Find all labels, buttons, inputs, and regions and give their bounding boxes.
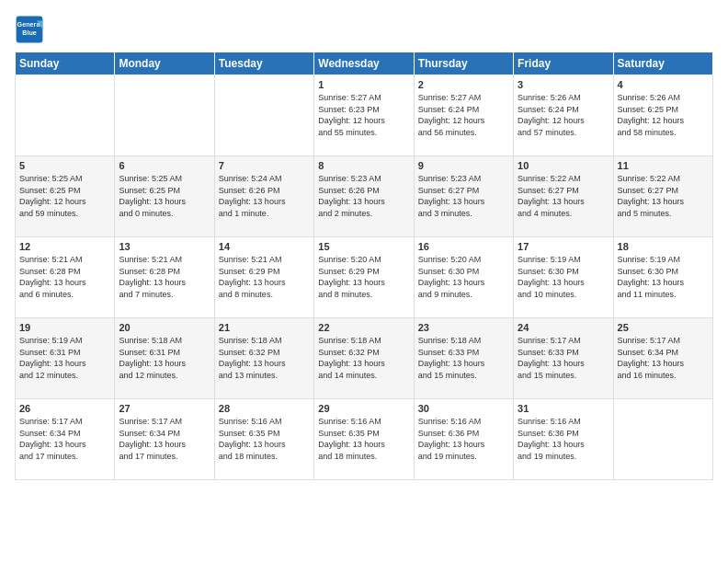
day-cell: 7Sunrise: 5:24 AMSunset: 6:26 PMDaylight… xyxy=(214,156,313,237)
header-monday: Monday xyxy=(115,52,214,75)
day-info: Sunrise: 5:20 AMSunset: 6:30 PMDaylight:… xyxy=(418,254,509,300)
calendar-table: SundayMondayTuesdayWednesdayThursdayFrid… xyxy=(15,52,713,480)
day-number: 29 xyxy=(318,403,409,414)
day-number: 26 xyxy=(19,403,110,414)
day-info: Sunrise: 5:19 AMSunset: 6:30 PMDaylight:… xyxy=(618,254,709,300)
day-cell: 19Sunrise: 5:19 AMSunset: 6:31 PMDayligh… xyxy=(16,318,115,399)
page-header: General Blue xyxy=(15,15,713,44)
day-cell: 9Sunrise: 5:23 AMSunset: 6:27 PMDaylight… xyxy=(414,156,513,237)
day-cell: 15Sunrise: 5:20 AMSunset: 6:29 PMDayligh… xyxy=(314,237,414,318)
day-cell: 30Sunrise: 5:16 AMSunset: 6:36 PMDayligh… xyxy=(414,399,513,480)
day-number: 21 xyxy=(219,322,310,333)
day-number: 24 xyxy=(518,322,609,333)
day-number: 2 xyxy=(418,79,509,90)
day-info: Sunrise: 5:20 AMSunset: 6:29 PMDaylight:… xyxy=(318,254,409,300)
day-info: Sunrise: 5:22 AMSunset: 6:27 PMDaylight:… xyxy=(518,173,609,219)
day-cell: 21Sunrise: 5:18 AMSunset: 6:32 PMDayligh… xyxy=(214,318,313,399)
day-info: Sunrise: 5:23 AMSunset: 6:26 PMDaylight:… xyxy=(318,173,409,219)
day-cell: 26Sunrise: 5:17 AMSunset: 6:34 PMDayligh… xyxy=(16,399,115,480)
header-sunday: Sunday xyxy=(16,52,115,75)
header-wednesday: Wednesday xyxy=(314,52,414,75)
day-info: Sunrise: 5:17 AMSunset: 6:33 PMDaylight:… xyxy=(518,335,609,381)
day-info: Sunrise: 5:19 AMSunset: 6:31 PMDaylight:… xyxy=(19,335,110,381)
day-info: Sunrise: 5:24 AMSunset: 6:26 PMDaylight:… xyxy=(219,173,310,219)
day-cell: 10Sunrise: 5:22 AMSunset: 6:27 PMDayligh… xyxy=(514,156,613,237)
day-cell: 5Sunrise: 5:25 AMSunset: 6:25 PMDaylight… xyxy=(16,156,115,237)
day-cell: 14Sunrise: 5:21 AMSunset: 6:29 PMDayligh… xyxy=(214,237,313,318)
day-cell: 29Sunrise: 5:16 AMSunset: 6:35 PMDayligh… xyxy=(314,399,414,480)
day-cell: 17Sunrise: 5:19 AMSunset: 6:30 PMDayligh… xyxy=(514,237,613,318)
day-number: 8 xyxy=(318,160,409,171)
day-info: Sunrise: 5:26 AMSunset: 6:25 PMDaylight:… xyxy=(618,92,709,138)
day-cell xyxy=(115,75,214,156)
week-row-1: 1Sunrise: 5:27 AMSunset: 6:23 PMDaylight… xyxy=(16,75,713,156)
day-cell: 16Sunrise: 5:20 AMSunset: 6:30 PMDayligh… xyxy=(414,237,513,318)
day-info: Sunrise: 5:16 AMSunset: 6:35 PMDaylight:… xyxy=(219,416,310,462)
day-cell: 27Sunrise: 5:17 AMSunset: 6:34 PMDayligh… xyxy=(115,399,214,480)
day-cell: 24Sunrise: 5:17 AMSunset: 6:33 PMDayligh… xyxy=(514,318,613,399)
day-info: Sunrise: 5:18 AMSunset: 6:32 PMDaylight:… xyxy=(219,335,310,381)
day-cell: 13Sunrise: 5:21 AMSunset: 6:28 PMDayligh… xyxy=(115,237,214,318)
day-cell xyxy=(16,75,115,156)
day-info: Sunrise: 5:16 AMSunset: 6:36 PMDaylight:… xyxy=(518,416,609,462)
day-cell: 8Sunrise: 5:23 AMSunset: 6:26 PMDaylight… xyxy=(314,156,414,237)
day-number: 13 xyxy=(119,241,210,252)
day-cell: 4Sunrise: 5:26 AMSunset: 6:25 PMDaylight… xyxy=(613,75,712,156)
day-info: Sunrise: 5:21 AMSunset: 6:29 PMDaylight:… xyxy=(219,254,310,300)
day-info: Sunrise: 5:18 AMSunset: 6:32 PMDaylight:… xyxy=(318,335,409,381)
day-info: Sunrise: 5:16 AMSunset: 6:35 PMDaylight:… xyxy=(318,416,409,462)
day-info: Sunrise: 5:27 AMSunset: 6:23 PMDaylight:… xyxy=(318,92,409,138)
day-number: 12 xyxy=(19,241,110,252)
header-thursday: Thursday xyxy=(414,52,513,75)
day-number: 1 xyxy=(318,79,409,90)
day-number: 9 xyxy=(418,160,509,171)
logo: General Blue xyxy=(15,15,44,44)
day-number: 14 xyxy=(219,241,310,252)
day-info: Sunrise: 5:26 AMSunset: 6:24 PMDaylight:… xyxy=(518,92,609,138)
header-tuesday: Tuesday xyxy=(214,52,313,75)
day-number: 7 xyxy=(219,160,310,171)
svg-text:Blue: Blue xyxy=(22,29,37,37)
day-info: Sunrise: 5:25 AMSunset: 6:25 PMDaylight:… xyxy=(119,173,210,219)
day-number: 5 xyxy=(19,160,110,171)
header-saturday: Saturday xyxy=(613,52,712,75)
day-cell: 23Sunrise: 5:18 AMSunset: 6:33 PMDayligh… xyxy=(414,318,513,399)
day-number: 28 xyxy=(219,403,310,414)
day-number: 27 xyxy=(119,403,210,414)
day-cell: 20Sunrise: 5:18 AMSunset: 6:31 PMDayligh… xyxy=(115,318,214,399)
day-cell: 1Sunrise: 5:27 AMSunset: 6:23 PMDaylight… xyxy=(314,75,414,156)
day-cell: 12Sunrise: 5:21 AMSunset: 6:28 PMDayligh… xyxy=(16,237,115,318)
day-number: 6 xyxy=(119,160,210,171)
day-info: Sunrise: 5:22 AMSunset: 6:27 PMDaylight:… xyxy=(618,173,709,219)
day-info: Sunrise: 5:21 AMSunset: 6:28 PMDaylight:… xyxy=(19,254,110,300)
header-friday: Friday xyxy=(514,52,613,75)
logo-icon: General Blue xyxy=(15,15,44,44)
day-number: 31 xyxy=(518,403,609,414)
day-cell: 3Sunrise: 5:26 AMSunset: 6:24 PMDaylight… xyxy=(514,75,613,156)
day-number: 11 xyxy=(618,160,709,171)
day-number: 3 xyxy=(518,79,609,90)
day-info: Sunrise: 5:19 AMSunset: 6:30 PMDaylight:… xyxy=(518,254,609,300)
day-cell: 25Sunrise: 5:17 AMSunset: 6:34 PMDayligh… xyxy=(613,318,712,399)
day-number: 23 xyxy=(418,322,509,333)
day-number: 4 xyxy=(618,79,709,90)
day-number: 30 xyxy=(418,403,509,414)
day-number: 15 xyxy=(318,241,409,252)
calendar-header-row: SundayMondayTuesdayWednesdayThursdayFrid… xyxy=(16,52,713,75)
day-number: 22 xyxy=(318,322,409,333)
day-cell: 18Sunrise: 5:19 AMSunset: 6:30 PMDayligh… xyxy=(613,237,712,318)
day-info: Sunrise: 5:18 AMSunset: 6:31 PMDaylight:… xyxy=(119,335,210,381)
day-number: 19 xyxy=(19,322,110,333)
day-number: 10 xyxy=(518,160,609,171)
week-row-4: 19Sunrise: 5:19 AMSunset: 6:31 PMDayligh… xyxy=(16,318,713,399)
day-info: Sunrise: 5:21 AMSunset: 6:28 PMDaylight:… xyxy=(119,254,210,300)
week-row-5: 26Sunrise: 5:17 AMSunset: 6:34 PMDayligh… xyxy=(16,399,713,480)
day-number: 16 xyxy=(418,241,509,252)
day-number: 25 xyxy=(618,322,709,333)
day-number: 17 xyxy=(518,241,609,252)
week-row-2: 5Sunrise: 5:25 AMSunset: 6:25 PMDaylight… xyxy=(16,156,713,237)
day-cell: 2Sunrise: 5:27 AMSunset: 6:24 PMDaylight… xyxy=(414,75,513,156)
day-info: Sunrise: 5:25 AMSunset: 6:25 PMDaylight:… xyxy=(19,173,110,219)
day-info: Sunrise: 5:17 AMSunset: 6:34 PMDaylight:… xyxy=(119,416,210,462)
day-cell: 11Sunrise: 5:22 AMSunset: 6:27 PMDayligh… xyxy=(613,156,712,237)
